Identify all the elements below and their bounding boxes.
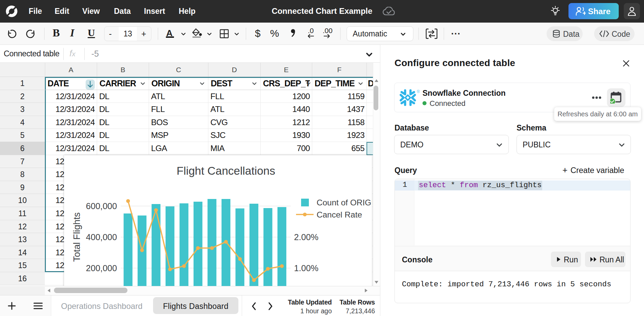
svg-text:200,000: 200,000 [86, 263, 117, 273]
svg-text:Flight Cancellations: Flight Cancellations [177, 165, 275, 177]
svg-text:Cancel Rate: Cancel Rate [317, 210, 362, 219]
svg-text:2.00%: 2.00% [294, 232, 318, 242]
svg-text:400,000: 400,000 [86, 232, 117, 242]
svg-text:Total Flights: Total Flights [71, 212, 82, 262]
svg-text:600,000: 600,000 [86, 201, 117, 211]
svg-text:Count of ORIGI: Count of ORIGI [317, 198, 372, 207]
svg-text:1.00%: 1.00% [294, 263, 318, 273]
